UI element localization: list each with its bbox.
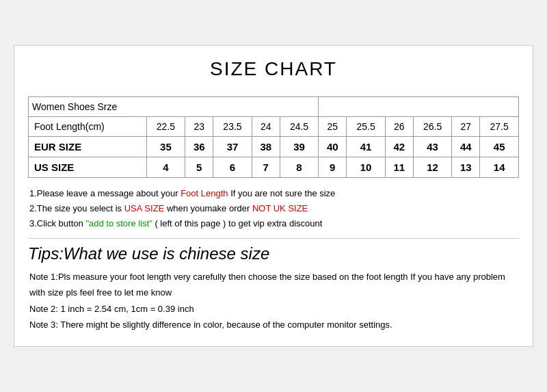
eur-val-10: 44 xyxy=(452,136,480,157)
foot-length-val-10: 27 xyxy=(452,116,480,136)
foot-length-val-3: 23.5 xyxy=(213,116,252,136)
eur-val-8: 42 xyxy=(385,136,413,157)
tip-1: Note 1:Pls measure your foot length very… xyxy=(29,269,519,301)
us-val-5: 8 xyxy=(280,157,319,177)
note-2: 2.The size you select is USA SIZE when y… xyxy=(29,201,519,216)
eur-val-4: 38 xyxy=(252,136,280,157)
us-val-4: 7 xyxy=(252,157,280,177)
note2-highlight2: NOT UK SIZE xyxy=(252,203,308,213)
eur-val-7: 41 xyxy=(347,136,386,157)
us-val-7: 10 xyxy=(347,157,386,177)
foot-length-label: Foot Length(cm) xyxy=(29,116,147,136)
note-1: 1.Please leave a message about your Foot… xyxy=(29,186,519,201)
us-val-3: 6 xyxy=(213,157,252,177)
note3-highlight: "add to store list" xyxy=(85,218,152,228)
note-3: 3.Click button "add to store list" ( lef… xyxy=(29,216,519,231)
tips-heading: Tips:What we use is chinese size xyxy=(28,238,519,263)
eur-val-2: 36 xyxy=(185,136,213,157)
eur-size-label: EUR SIZE xyxy=(29,136,147,157)
foot-length-val-5: 24.5 xyxy=(280,116,319,136)
eur-val-6: 40 xyxy=(319,136,347,157)
us-val-1: 4 xyxy=(146,157,185,177)
note1-middle: If you are not sure the size xyxy=(228,188,336,198)
note3-prefix: 3.Click button xyxy=(29,218,85,228)
page-title: SIZE CHART xyxy=(28,58,519,87)
us-val-9: 12 xyxy=(413,157,452,177)
eur-size-row: EUR SIZE 35 36 37 38 39 40 41 42 43 44 4… xyxy=(29,136,519,157)
table-section-header: Women Shoes Srze xyxy=(29,96,519,116)
eur-val-9: 43 xyxy=(413,136,452,157)
foot-length-val-11: 27.5 xyxy=(480,116,519,136)
tip-3: Note 3: There might be slightly differen… xyxy=(29,317,519,332)
us-val-8: 11 xyxy=(385,157,413,177)
note1-prefix: 1.Please leave a message about your xyxy=(29,188,181,198)
size-chart-card: SIZE CHART Women Shoes Srze Foot Length(… xyxy=(14,45,533,348)
tips-body: Note 1:Pls measure your foot length very… xyxy=(28,269,519,333)
note2-prefix: 2.The size you select is xyxy=(29,203,124,213)
us-size-label: US SIZE xyxy=(29,157,147,177)
eur-val-3: 37 xyxy=(213,136,252,157)
note2-middle: when youmake order xyxy=(164,203,252,213)
section-label: Women Shoes Srze xyxy=(29,96,319,116)
foot-length-val-2: 23 xyxy=(185,116,213,136)
foot-length-val-7: 25.5 xyxy=(347,116,386,136)
eur-val-1: 35 xyxy=(146,136,185,157)
note2-highlight1: USA SIZE xyxy=(124,203,165,213)
us-val-6: 9 xyxy=(319,157,347,177)
size-table: Women Shoes Srze Foot Length(cm) 22.5 23… xyxy=(28,96,519,178)
us-val-10: 13 xyxy=(452,157,480,177)
us-size-row: US SIZE 4 5 6 7 8 9 10 11 12 13 14 xyxy=(29,157,519,177)
foot-length-val-1: 22.5 xyxy=(146,116,185,136)
eur-val-11: 45 xyxy=(480,136,519,157)
foot-length-val-9: 26.5 xyxy=(413,116,452,136)
tip-2: Note 2: 1 inch = 2.54 cm, 1cm = 0.39 inc… xyxy=(29,301,519,317)
foot-length-row: Foot Length(cm) 22.5 23 23.5 24 24.5 25 … xyxy=(29,116,519,136)
note3-middle: ( left of this page ) to get vip extra d… xyxy=(152,218,323,228)
eur-val-5: 39 xyxy=(280,136,319,157)
foot-length-val-4: 24 xyxy=(252,116,280,136)
us-val-11: 14 xyxy=(480,157,519,177)
foot-length-val-6: 25 xyxy=(319,116,347,136)
foot-length-val-8: 26 xyxy=(385,116,413,136)
notes-section: 1.Please leave a message about your Foot… xyxy=(28,186,519,231)
us-val-2: 5 xyxy=(185,157,213,177)
note1-highlight: Foot Length xyxy=(181,188,228,198)
